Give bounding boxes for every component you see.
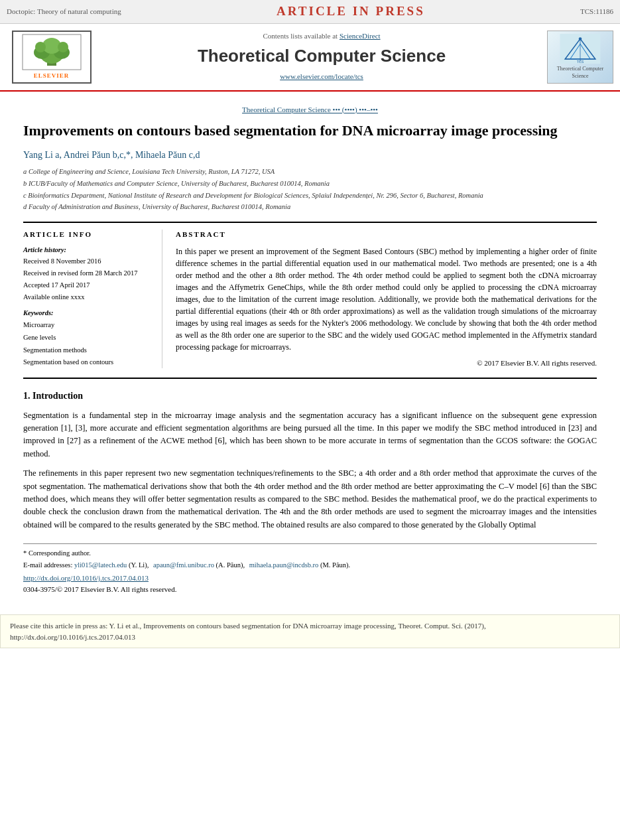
abstract-heading: ABSTRACT: [176, 230, 597, 240]
received-date: Received 8 November 2016: [23, 256, 153, 267]
tcs-logo-text: Theoretical Computer Science: [550, 65, 610, 80]
online-date: Available online xxxx: [23, 292, 153, 303]
affiliation-c: c Bioinformatics Department, National In…: [23, 190, 597, 201]
svg-point-5: [35, 42, 46, 52]
email3-link[interactable]: mihaela.paun@incdsb.ro: [249, 561, 319, 569]
abstract-copyright: © 2017 Elsevier B.V. All rights reserved…: [176, 358, 597, 368]
section1-number: 1.: [23, 391, 31, 401]
intro-paragraph-2: The refinements in this paper represent …: [23, 467, 597, 531]
bottom-citation-text: Please cite this article in press as: Y.…: [10, 622, 486, 641]
svg-point-6: [58, 42, 68, 52]
journal-logo-right: TCS Theoretical Computer Science: [540, 31, 620, 84]
journal-url[interactable]: www.elsevier.com/locate/tcs: [103, 70, 540, 82]
email1-link[interactable]: yli015@latech.edu: [74, 561, 127, 569]
abstract-text: In this paper we present an improvement …: [176, 245, 597, 353]
article-history: Article history: Received 8 November 201…: [23, 245, 153, 303]
svg-point-13: [579, 37, 582, 40]
affiliations: a College of Engineering and Science, Lo…: [23, 167, 597, 212]
journal-title: Theoretical Computer Science: [103, 44, 540, 68]
article-in-press-banner: ARTICLE IN PRESS: [277, 3, 425, 21]
contents-line: Contents lists available at ScienceDirec…: [103, 31, 540, 41]
tcs-logo-icon: TCS: [554, 34, 607, 64]
elsevier-logo-area: ELSEVIER: [0, 28, 103, 86]
sciencedirect-link[interactable]: ScienceDirect: [340, 32, 381, 40]
elsevier-brand-text: ELSEVIER: [34, 72, 70, 80]
authors-line: Yang Li a, Andrei Păun b,c,*, Mihaela Pă…: [23, 149, 597, 162]
accepted-date: Accepted 17 April 2017: [23, 280, 153, 291]
section1-heading: Introduction: [32, 391, 83, 401]
keyword-4: Segmentation based on contours: [23, 357, 153, 368]
journal-center-info: Contents lists available at ScienceDirec…: [103, 31, 540, 83]
paper-title: Improvements on contours based segmentat…: [23, 121, 597, 141]
article-info-abstract-section: ARTICLE INFO Article history: Received 8…: [23, 222, 597, 368]
article-info-heading: ARTICLE INFO: [23, 230, 153, 240]
top-bar: Doctopic: Theory of natural computing AR…: [0, 0, 620, 24]
email-line: E-mail addresses: yli015@latech.edu (Y. …: [23, 560, 597, 571]
section1-title: 1. Introduction: [23, 389, 597, 403]
article-body: Theoretical Computer Science ••• (••••) …: [0, 92, 620, 608]
corresponding-author-label: * Corresponding author.: [23, 548, 597, 559]
affiliation-b: b ICUB/Faculty of Mathematics and Comput…: [23, 178, 597, 189]
abstract-column: ABSTRACT In this paper we present an imp…: [176, 230, 597, 368]
doi-link[interactable]: http://dx.doi.org/10.1016/j.tcs.2017.04.…: [23, 573, 597, 583]
journal-subtitle: Theoretical Computer Science ••• (••••) …: [23, 105, 597, 115]
elsevier-logo-box: ELSEVIER: [12, 31, 92, 84]
affiliation-d: d Faculty of Administration and Business…: [23, 202, 597, 212]
keyword-1: Microarray: [23, 320, 153, 331]
doctopic-label: Doctopic: Theory of natural computing: [7, 7, 121, 17]
intro-paragraph-1: Segmentation is a fundamental step in th…: [23, 409, 597, 461]
footnote-area: * Corresponding author. E-mail addresses…: [23, 543, 597, 571]
tcs-logo-box: TCS Theoretical Computer Science: [547, 31, 613, 84]
revised-date: Received in revised form 28 March 2017: [23, 268, 153, 279]
keyword-3: Segmentation methods: [23, 345, 153, 356]
keyword-2: Gene levels: [23, 332, 153, 344]
journal-header: ELSEVIER Contents lists available at Sci…: [0, 24, 620, 92]
email2-link[interactable]: apaun@fmi.unibuc.ro: [153, 561, 214, 569]
tcs-id: TCS:11186: [580, 7, 613, 17]
doi-copyright: 0304-3975/© 2017 Elsevier B.V. All right…: [23, 585, 597, 595]
article-info-column: ARTICLE INFO Article history: Received 8…: [23, 230, 162, 368]
keywords-section: Keywords: Microarray Gene levels Segment…: [23, 309, 153, 368]
bottom-citation-bar: Please cite this article in press as: Y.…: [0, 614, 620, 648]
affiliation-a: a College of Engineering and Science, Lo…: [23, 167, 597, 177]
main-separator: [23, 378, 597, 379]
elsevier-tree-icon: [22, 34, 82, 70]
svg-text:TCS: TCS: [577, 60, 584, 64]
